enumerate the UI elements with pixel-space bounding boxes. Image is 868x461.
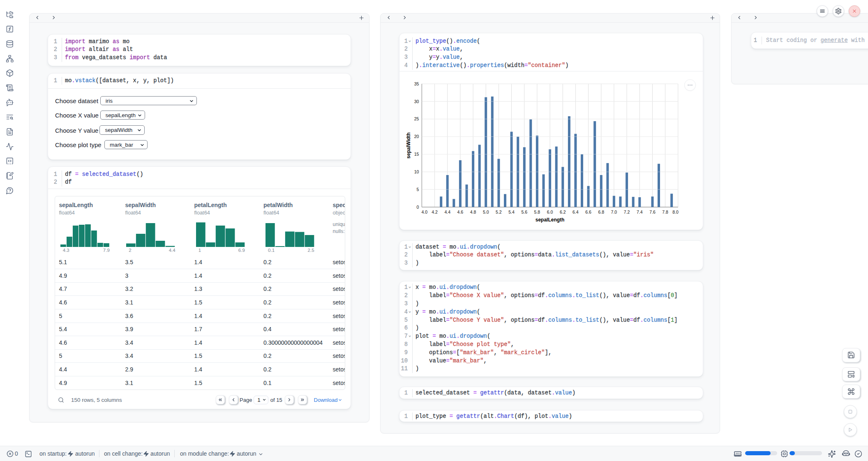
svg-text:25: 25	[414, 116, 419, 121]
svg-text:7.4: 7.4	[637, 210, 643, 214]
svg-text:4.6: 4.6	[457, 210, 464, 214]
svg-text:sepalWidth: sepalWidth	[406, 132, 411, 159]
svg-text:5.0: 5.0	[483, 210, 489, 214]
svg-text:6.2: 6.2	[560, 210, 566, 214]
svg-text:7.8: 7.8	[662, 210, 668, 214]
svg-text:4.2: 4.2	[432, 210, 438, 214]
svg-text:sepalLength: sepalLength	[536, 217, 565, 223]
svg-text:7.0: 7.0	[611, 210, 617, 214]
svg-text:5.2: 5.2	[496, 210, 502, 214]
svg-text:6.4: 6.4	[573, 210, 579, 214]
svg-text:7.2: 7.2	[624, 210, 630, 214]
svg-text:0: 0	[417, 204, 419, 209]
svg-text:8.0: 8.0	[672, 210, 679, 214]
svg-text:7.6: 7.6	[649, 210, 656, 214]
svg-text:6.6: 6.6	[585, 210, 591, 214]
svg-text:15: 15	[414, 152, 419, 157]
svg-text:4.4: 4.4	[444, 210, 450, 214]
svg-text:6.8: 6.8	[598, 210, 604, 214]
svg-text:10: 10	[414, 169, 419, 174]
svg-text:4.8: 4.8	[470, 210, 476, 214]
svg-text:20: 20	[414, 134, 419, 139]
svg-text:6.0: 6.0	[547, 210, 553, 214]
svg-text:5: 5	[417, 187, 419, 191]
svg-text:35: 35	[414, 81, 419, 86]
svg-text:4.0: 4.0	[421, 210, 427, 214]
svg-text:5.4: 5.4	[508, 210, 515, 214]
svg-text:5.6: 5.6	[521, 210, 527, 214]
svg-text:30: 30	[414, 99, 419, 104]
svg-text:5.8: 5.8	[534, 210, 540, 214]
